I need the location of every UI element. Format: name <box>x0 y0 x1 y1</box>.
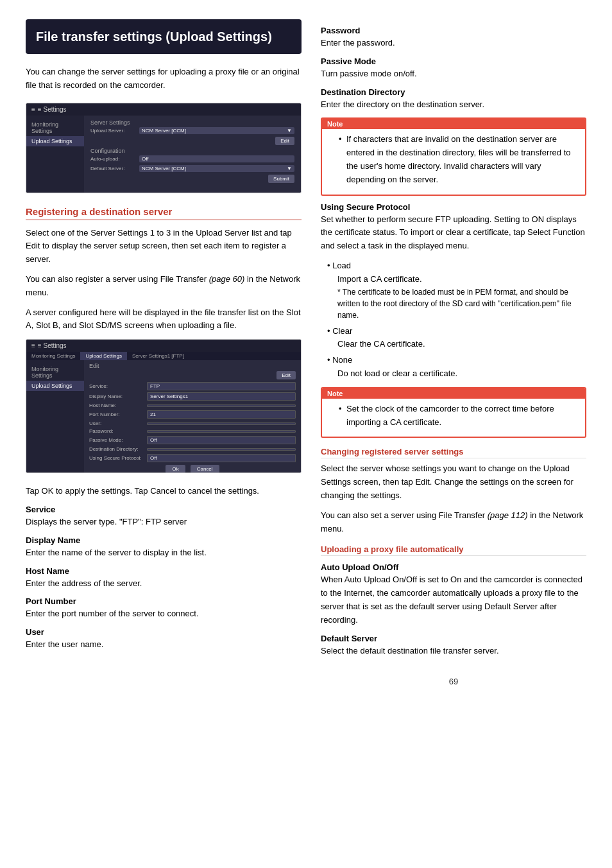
bullet-sub: Do not load or clear a certificate. <box>337 367 586 381</box>
mockup2-buttons: Ok Cancel <box>89 465 296 473</box>
mockup1-sidebar-monitoring: Monitoring Settings <box>26 119 84 136</box>
mockup2-content: Edit Edit Service:FTPDisplay Name:Server… <box>84 360 301 473</box>
term-desc: Turn passive mode on/off. <box>321 67 586 81</box>
right-column: PasswordEnter the password.Passive ModeT… <box>321 19 586 686</box>
mockup1-auto-value: Off <box>139 155 294 162</box>
tab-monitoring: Monitoring Settings <box>26 352 80 360</box>
term-block: Host NameEnter the address of the server… <box>26 566 302 591</box>
term-label: User <box>26 627 302 637</box>
term-label: Service <box>26 505 302 514</box>
secure-bullet-item: • LoadImport a CA certificate.* The cert… <box>327 259 586 321</box>
bullet-label: • Load <box>327 259 586 273</box>
subsection1-para: You can also set a server using File Tra… <box>321 509 586 536</box>
right-terms: PasswordEnter the password.Passive ModeT… <box>321 26 586 111</box>
page-title: File transfer settings (Upload Settings) <box>36 28 291 45</box>
mockup2-field-input <box>147 404 296 407</box>
mockup1-body: Monitoring Settings Upload Settings Serv… <box>26 116 301 193</box>
tab-server: Server Settings1 [FTP] <box>127 352 189 360</box>
term-desc: When Auto Upload On/Off is set to On and… <box>321 573 586 627</box>
bullet-label: • None <box>327 354 586 367</box>
mockup2-field-input <box>147 430 296 433</box>
mockup2-field-label: User: <box>89 421 147 426</box>
mockup2: ≡ ≡ Settings Monitoring Settings Upload … <box>26 339 302 473</box>
term-desc: Enter the password. <box>321 37 586 50</box>
para1: Select one of the Server Settings 1 to 3… <box>26 227 302 266</box>
subsection2-title: Uploading a proxy file automatically <box>321 544 586 556</box>
mockup1-auto-label: Auto-upload: <box>90 156 135 162</box>
term-block: Default ServerSelect the default destina… <box>321 634 586 658</box>
mockup2-tabs: Monitoring Settings Upload Settings Serv… <box>26 352 301 360</box>
term-block: Passive ModeTurn passive mode on/off. <box>321 56 586 81</box>
mockup2-field-row: User: <box>89 421 296 426</box>
mockup2-field-label: Service: <box>89 383 147 389</box>
mockup1-sidebar-upload: Upload Settings <box>26 136 84 146</box>
page-container: File transfer settings (Upload Settings)… <box>0 0 612 706</box>
tab-upload: Upload Settings <box>80 352 126 360</box>
mockup2-field-row: Passive Mode:Off <box>89 436 296 444</box>
mockup2-field-row: Password: <box>89 428 296 434</box>
subsection1-title: Changing registered server settings <box>321 447 586 458</box>
right-terms2: Using Secure ProtocolSet whether to perf… <box>321 202 586 253</box>
term-desc: Enter the address of the server. <box>26 577 302 591</box>
mockup1-upload-label: Upload Server: <box>90 128 135 134</box>
mockup1-content: Server Settings Upload Server: NCM Serve… <box>84 116 301 193</box>
mockup2-header: ≡ ≡ Settings <box>26 340 301 352</box>
mockup2-field-label: Passive Mode: <box>89 437 147 443</box>
term-block: UserEnter the user name. <box>26 627 302 652</box>
term-desc: Select the default destination file tran… <box>321 645 586 658</box>
section-registering: Registering a destination server <box>26 206 302 220</box>
mockup1-sidebar: Monitoring Settings Upload Settings <box>26 116 84 193</box>
mockup2-field-input: Off <box>147 436 296 444</box>
mockup2-field-label: Using Secure Protocol: <box>89 455 147 461</box>
mockup2-field-label: Host Name: <box>89 403 147 408</box>
right-terms3: Auto Upload On/OffWhen Auto Upload On/Of… <box>321 562 586 657</box>
mockup2-field-input <box>147 422 296 425</box>
mockup2-cancel-btn[interactable]: Cancel <box>191 465 219 473</box>
mockup2-header-label: ≡ Settings <box>38 342 67 349</box>
mockup1-edit-btn[interactable]: Edit <box>275 137 294 145</box>
term-desc: Enter the directory on the destination s… <box>321 98 586 112</box>
subsection1-text: Select the server whose settings you wan… <box>321 462 586 535</box>
note2-item: Set the clock of the camcorder to the co… <box>339 403 579 430</box>
mockup2-field-label: Password: <box>89 428 147 434</box>
dropdown-arrow2-icon: ▼ <box>287 166 292 171</box>
mockup2-field-label: Port Number: <box>89 412 147 417</box>
page-ref-italic: (page 112) <box>488 510 528 520</box>
term-label: Port Number <box>26 596 302 606</box>
mockup2-sidebar: Monitoring Settings Upload Settings <box>26 360 84 473</box>
term-desc: Enter the name of the server to display … <box>26 546 302 560</box>
term-label: Using Secure Protocol <box>321 202 586 212</box>
mockup1-upload-server-row: Upload Server: NCM Server [CCM] ▼ <box>90 127 294 134</box>
mockup1-submit-btn[interactable]: Submit <box>268 175 294 183</box>
mockup2-field-input: 21 <box>147 410 296 419</box>
term-block: Auto Upload On/OffWhen Auto Upload On/Of… <box>321 562 586 627</box>
mockup2-field-label: Display Name: <box>89 394 147 399</box>
para2-italic: (page 60) <box>209 274 245 284</box>
page-number: 69 <box>321 677 586 686</box>
mockup2-field-row: Destination Directory: <box>89 446 296 452</box>
term-desc: Enter the user name. <box>26 638 302 652</box>
note2-content: Set the clock of the camcorder to the co… <box>322 399 585 437</box>
mockup1-config-label: Configuration <box>90 148 294 154</box>
mockup2-field-input: Server Settings1 <box>147 392 296 401</box>
term-desc: Set whether to perform secure FTP upload… <box>321 213 586 253</box>
mockup2-fields: Service:FTPDisplay Name:Server Settings1… <box>89 382 296 462</box>
mockup2-edit-btn[interactable]: Edit <box>276 371 296 379</box>
term-block: PasswordEnter the password. <box>321 26 586 50</box>
term-block: Destination DirectoryEnter the directory… <box>321 87 586 112</box>
subsection1-para: Select the server whose settings you wan… <box>321 462 586 502</box>
mockup2-sidebar-upload: Upload Settings <box>26 381 84 391</box>
title-box: File transfer settings (Upload Settings) <box>26 19 302 54</box>
mockup2-edit-label: Edit <box>89 363 296 369</box>
mockup1-default-label: Default Server: <box>90 166 135 171</box>
mockup2-ok-btn[interactable]: Ok <box>166 465 185 473</box>
left-terms: ServiceDisplays the server type. "FTP": … <box>26 505 302 652</box>
term-block: Using Secure ProtocolSet whether to perf… <box>321 202 586 253</box>
note1-content: If characters that are invalid on the de… <box>322 129 585 194</box>
para3: A server configured here will be display… <box>26 306 302 333</box>
note1-list: If characters that are invalid on the de… <box>339 133 579 186</box>
mockup2-field-input: Off <box>147 454 296 462</box>
secure-bullet-item: • NoneDo not load or clear a certificate… <box>327 354 586 381</box>
note2-header: Note <box>322 388 585 399</box>
bullet-label: • Clear <box>327 325 586 338</box>
